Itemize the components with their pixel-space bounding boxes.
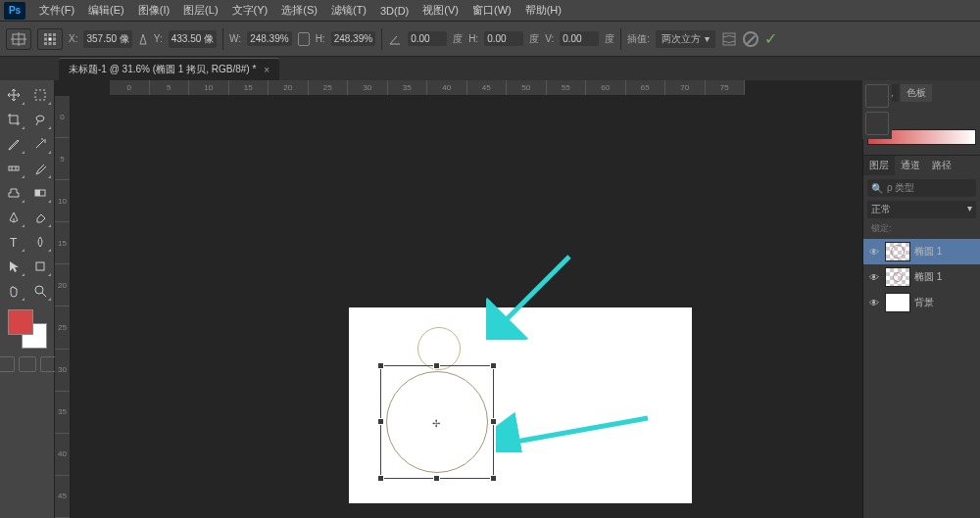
- y-label: Y:: [154, 33, 163, 44]
- w-value[interactable]: 248.39%: [247, 31, 291, 46]
- ruler-tick: 45: [55, 476, 70, 518]
- blend-mode-value: 正常: [871, 203, 891, 216]
- history-panel-icon[interactable]: [865, 84, 889, 108]
- menu-layer[interactable]: 图层(L): [177, 1, 223, 20]
- paths-tab[interactable]: 路径: [926, 156, 957, 175]
- transform-handle[interactable]: [377, 418, 384, 425]
- angle-value[interactable]: 0.00: [408, 31, 447, 46]
- transform-handle[interactable]: [490, 475, 497, 482]
- foreground-color-swatch[interactable]: [8, 309, 33, 335]
- ruler-tick: 25: [309, 80, 349, 95]
- layer-visibility-icon[interactable]: 👁: [867, 247, 881, 258]
- layer-row[interactable]: 👁 椭圆 1: [863, 239, 980, 264]
- menu-view[interactable]: 视图(V): [416, 1, 465, 20]
- swatches-tab[interactable]: 色板: [901, 84, 932, 102]
- layer-thumbnail[interactable]: [885, 293, 910, 312]
- transform-handle[interactable]: [490, 362, 497, 369]
- interp-value: 两次立方: [662, 32, 701, 46]
- properties-panel-icon[interactable]: [865, 112, 889, 135]
- transform-handle[interactable]: [377, 475, 384, 482]
- document-tab[interactable]: 未标题-1 @ 31.6% (椭圆 1 拷贝, RGB/8#) * ×: [59, 58, 279, 80]
- move-tool[interactable]: [2, 84, 25, 106]
- hand-tool[interactable]: [2, 280, 25, 302]
- layers-tab[interactable]: 图层: [863, 156, 895, 175]
- cancel-transform-icon[interactable]: [743, 31, 759, 47]
- close-tab-icon[interactable]: ×: [264, 65, 270, 75]
- skew-h-value[interactable]: 0.00: [484, 31, 523, 46]
- menu-image[interactable]: 图像(I): [132, 1, 175, 20]
- lasso-tool[interactable]: [28, 109, 52, 130]
- zoom-tool[interactable]: [28, 280, 52, 302]
- menu-edit[interactable]: 编辑(E): [82, 1, 130, 20]
- clone-stamp-tool[interactable]: [2, 182, 25, 204]
- collapsed-panel-icons: [862, 80, 892, 139]
- ruler-tick: 10: [189, 80, 229, 95]
- skew-v-value[interactable]: 0.00: [560, 31, 599, 46]
- healing-brush-tool[interactable]: [2, 158, 25, 179]
- layer-thumbnail[interactable]: [885, 242, 910, 261]
- svg-rect-8: [53, 37, 56, 40]
- marquee-tool[interactable]: [28, 84, 52, 106]
- brush-tool[interactable]: [28, 158, 52, 179]
- commit-transform-icon[interactable]: ✓: [764, 29, 777, 48]
- transform-bounding-box[interactable]: [380, 365, 494, 479]
- annotation-arrow: [496, 403, 653, 452]
- channels-tab[interactable]: 通道: [895, 156, 926, 175]
- layer-row[interactable]: 👁 椭圆 1: [863, 264, 980, 290]
- warp-icon[interactable]: [721, 31, 737, 47]
- horizontal-ruler: 051015202530354045505560657075: [110, 80, 745, 96]
- gradient-tool[interactable]: [28, 182, 52, 204]
- menu-file[interactable]: 文件(F): [33, 1, 80, 20]
- deg-label: 度: [453, 32, 463, 46]
- interpolation-dropdown[interactable]: 两次立方▾: [656, 30, 715, 48]
- ruler-tick: 0: [110, 80, 150, 95]
- transform-handle[interactable]: [433, 362, 440, 369]
- layer-thumbnail[interactable]: [885, 267, 910, 287]
- svg-point-21: [35, 286, 43, 294]
- link-wh-icon[interactable]: [298, 32, 310, 46]
- ruler-tick: 30: [55, 350, 70, 392]
- y-value[interactable]: 433.50 像: [169, 30, 217, 48]
- menu-window[interactable]: 窗口(W): [466, 1, 517, 20]
- screen-mode-icon[interactable]: [19, 356, 36, 372]
- canvas-area[interactable]: 051015202530354045505560657075 051015202…: [55, 80, 862, 518]
- separator: [381, 28, 382, 50]
- magic-wand-tool[interactable]: [28, 133, 52, 155]
- menu-3d[interactable]: 3D(D): [374, 3, 415, 19]
- eyedropper-tool[interactable]: [2, 133, 25, 155]
- ruler-tick: 65: [626, 80, 666, 95]
- h-value[interactable]: 248.39%: [331, 31, 375, 46]
- x-label: X:: [69, 33, 77, 44]
- menu-filter[interactable]: 滤镜(T): [325, 1, 372, 20]
- blend-mode-dropdown[interactable]: 正常▾: [867, 201, 976, 218]
- svg-rect-14: [9, 166, 19, 170]
- quick-mask-icon[interactable]: [0, 356, 15, 372]
- x-value[interactable]: 357.50 像: [83, 30, 131, 48]
- menu-type[interactable]: 文字(Y): [226, 1, 274, 20]
- h-label: H:: [316, 33, 325, 44]
- type-tool[interactable]: T: [2, 231, 25, 253]
- eraser-tool[interactable]: [28, 207, 52, 228]
- ruler-tick: 40: [427, 80, 467, 95]
- layer-filter-label: ρ 类型: [887, 181, 914, 195]
- menu-select[interactable]: 选择(S): [275, 1, 323, 20]
- chevron-down-icon: ▾: [967, 203, 972, 216]
- layer-visibility-icon[interactable]: 👁: [867, 298, 881, 308]
- layer-row[interactable]: 👁 背景: [863, 290, 980, 315]
- layer-filter[interactable]: 🔍ρ 类型: [867, 179, 976, 197]
- svg-rect-18: [35, 190, 40, 196]
- layer-visibility-icon[interactable]: 👁: [867, 272, 881, 283]
- shape-tool[interactable]: [28, 256, 52, 277]
- menu-help[interactable]: 帮助(H): [519, 1, 567, 20]
- transform-handle[interactable]: [433, 475, 440, 482]
- color-swatches[interactable]: [8, 309, 47, 349]
- reference-point-icon[interactable]: [37, 28, 63, 50]
- transform-center-icon[interactable]: [432, 417, 442, 427]
- transform-handle[interactable]: [377, 362, 384, 369]
- pen-tool[interactable]: [2, 207, 25, 228]
- path-select-tool[interactable]: [2, 256, 25, 277]
- toolbox: T: [0, 80, 55, 518]
- blur-tool[interactable]: [28, 231, 52, 253]
- ruler-tick: 15: [229, 80, 270, 95]
- crop-tool[interactable]: [2, 109, 25, 130]
